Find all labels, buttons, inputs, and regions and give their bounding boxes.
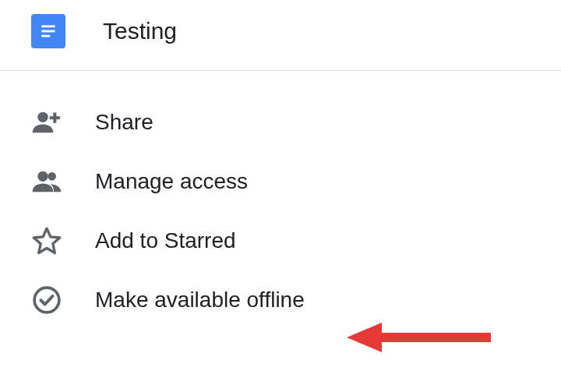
person-add-icon — [30, 105, 64, 139]
svg-point-7 — [48, 172, 56, 181]
people-icon — [30, 164, 64, 199]
document-header: Testing — [0, 0, 561, 71]
context-menu: Share Manage access Add to Starred — [0, 71, 561, 330]
menu-item-add-to-starred[interactable]: Add to Starred — [0, 211, 561, 270]
svg-rect-5 — [50, 116, 60, 119]
document-title: Testing — [103, 18, 177, 44]
menu-item-label: Make available offline — [95, 288, 305, 313]
menu-item-label: Share — [95, 110, 153, 135]
menu-item-label: Manage access — [95, 169, 248, 194]
menu-item-manage-access[interactable]: Manage access — [0, 152, 561, 211]
svg-point-3 — [37, 112, 48, 122]
menu-item-share[interactable]: Share — [0, 93, 561, 152]
svg-point-6 — [37, 171, 48, 182]
offline-check-icon — [30, 283, 64, 317]
svg-rect-0 — [41, 25, 55, 27]
menu-item-label: Add to Starred — [95, 228, 236, 253]
star-outline-icon — [30, 224, 64, 258]
svg-rect-1 — [41, 30, 55, 33]
svg-point-8 — [34, 288, 59, 313]
doc-lines-icon — [38, 21, 58, 41]
google-doc-icon — [31, 14, 65, 48]
svg-rect-2 — [41, 35, 50, 37]
menu-item-make-available-offline[interactable]: Make available offline — [0, 270, 561, 330]
